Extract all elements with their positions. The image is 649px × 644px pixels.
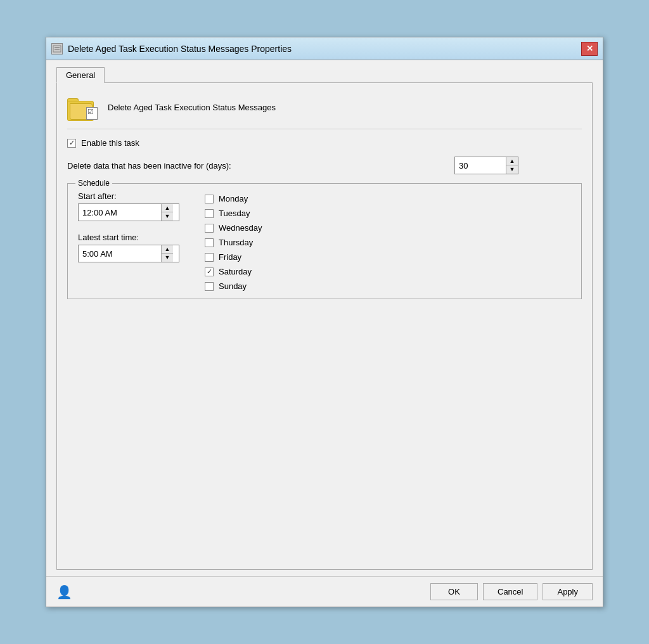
cancel-button[interactable]: Cancel: [483, 583, 537, 600]
latest-start-up-button[interactable]: ▲: [162, 245, 173, 254]
latest-start-down-button[interactable]: ▼: [162, 254, 173, 262]
sunday-checkbox[interactable]: [205, 282, 214, 291]
task-title: Delete Aged Task Execution Status Messag…: [108, 103, 276, 112]
latest-start-group: Latest start time: 5:00 AM ▲ ▼: [78, 233, 179, 262]
enable-row: Enable this task: [67, 138, 582, 148]
inactive-label: Delete data that has been inactive for (…: [67, 161, 231, 171]
title-bar-left: Delete Aged Task Execution Status Messag…: [51, 43, 292, 55]
latest-start-input[interactable]: 5:00 AM: [79, 247, 161, 261]
tuesday-label: Tuesday: [219, 209, 250, 218]
monday-label: Monday: [219, 194, 248, 203]
schedule-legend: Schedule: [75, 179, 112, 188]
latest-start-spinner: 5:00 AM ▲ ▼: [78, 245, 179, 262]
task-folder-icon: [67, 93, 98, 121]
sunday-label: Sunday: [219, 281, 247, 291]
start-after-down-button[interactable]: ▼: [162, 212, 173, 221]
latest-start-label: Latest start time:: [78, 233, 179, 242]
dialog-icon: [51, 43, 63, 55]
dialog-body: General Delete Aged Task Execution Statu…: [46, 60, 603, 576]
bottom-bar: 👤 OK Cancel Apply: [46, 576, 603, 607]
thursday-label: Thursday: [219, 238, 253, 247]
day-row-thursday: Thursday: [205, 238, 253, 247]
schedule-box: Schedule Start after: 12:00 AM ▲ ▼: [67, 183, 582, 299]
tab-content-general: Delete Aged Task Execution Status Messag…: [56, 82, 593, 570]
tab-general[interactable]: General: [56, 67, 105, 83]
inactive-up-button[interactable]: ▲: [506, 157, 518, 165]
schedule-right: Monday Tuesday Wednesday Thursday: [205, 191, 571, 291]
friday-label: Friday: [219, 252, 241, 262]
start-after-up-button[interactable]: ▲: [162, 204, 173, 212]
wednesday-label: Wednesday: [219, 223, 262, 233]
inactive-row: Delete data that has been inactive for (…: [67, 157, 582, 174]
inactive-input[interactable]: 30: [455, 160, 506, 172]
day-row-saturday: Saturday: [205, 267, 252, 276]
day-row-tuesday: Tuesday: [205, 209, 250, 218]
start-after-input[interactable]: 12:00 AM: [79, 206, 161, 219]
apply-button[interactable]: Apply: [543, 583, 593, 600]
start-after-spinner-buttons: ▲ ▼: [161, 204, 173, 221]
svg-rect-1: [55, 47, 60, 48]
start-after-spinner: 12:00 AM ▲ ▼: [78, 203, 179, 221]
inactive-down-button[interactable]: ▼: [506, 165, 518, 174]
day-row-monday: Monday: [205, 194, 248, 203]
day-row-sunday: Sunday: [205, 281, 247, 291]
schedule-left: Start after: 12:00 AM ▲ ▼ Latest start t…: [78, 191, 179, 291]
ok-button[interactable]: OK: [430, 583, 478, 600]
thursday-checkbox[interactable]: [205, 238, 214, 247]
day-row-wednesday: Wednesday: [205, 223, 262, 233]
day-row-friday: Friday: [205, 252, 241, 262]
inactive-spinner: 30 ▲ ▼: [454, 157, 518, 174]
inactive-spinner-buttons: ▲ ▼: [506, 157, 518, 174]
title-bar: Delete Aged Task Execution Status Messag…: [46, 37, 603, 60]
wednesday-checkbox[interactable]: [205, 224, 214, 233]
saturday-label: Saturday: [219, 267, 252, 276]
saturday-checkbox[interactable]: [205, 267, 214, 276]
tab-strip: General: [56, 67, 593, 82]
bottom-buttons: OK Cancel Apply: [430, 583, 593, 600]
dialog: Delete Aged Task Execution Status Messag…: [46, 37, 603, 607]
tuesday-checkbox[interactable]: [205, 209, 214, 218]
latest-start-spinner-buttons: ▲ ▼: [161, 245, 173, 262]
enable-checkbox[interactable]: [67, 139, 76, 148]
bottom-left: 👤: [56, 584, 72, 600]
svg-rect-2: [55, 49, 60, 50]
header-row: Delete Aged Task Execution Status Messag…: [67, 93, 582, 129]
user-icon: 👤: [56, 584, 72, 600]
dialog-title: Delete Aged Task Execution Status Messag…: [68, 44, 292, 54]
start-after-group: Start after: 12:00 AM ▲ ▼: [78, 191, 179, 221]
close-button[interactable]: ✕: [581, 42, 598, 56]
start-after-label: Start after:: [78, 191, 179, 201]
friday-checkbox[interactable]: [205, 253, 214, 262]
enable-label: Enable this task: [81, 138, 139, 148]
monday-checkbox[interactable]: [205, 195, 214, 203]
